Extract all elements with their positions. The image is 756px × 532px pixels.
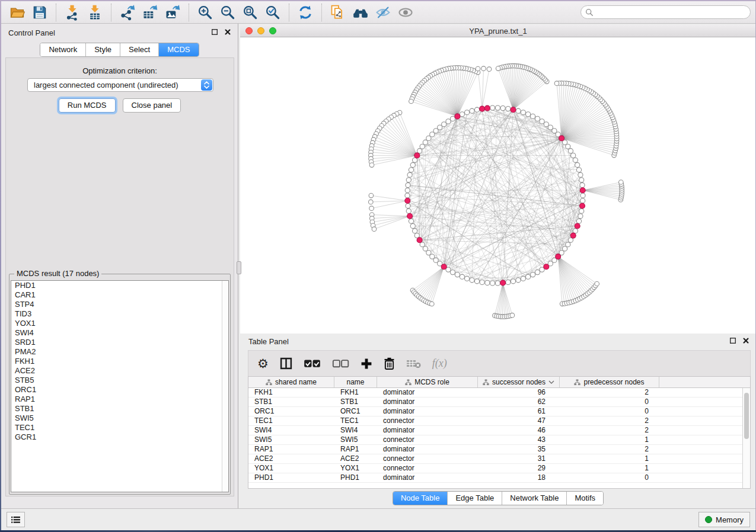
network-window-titlebar[interactable]: YPA_prune.txt_1: [240, 25, 756, 37]
mcds-result-node[interactable]: GCR1: [11, 432, 228, 442]
tab-node-table[interactable]: Node Table: [393, 492, 448, 505]
deselect-all-icon[interactable]: [332, 359, 349, 368]
graph-node[interactable]: [580, 198, 585, 203]
graph-node[interactable]: [423, 246, 428, 251]
import-network-icon[interactable]: [61, 2, 84, 22]
panel-splitter-handle[interactable]: [237, 261, 241, 274]
table-row[interactable]: YOX1YOX1connector291: [248, 464, 742, 473]
zoom-out-icon[interactable]: [216, 2, 239, 22]
graph-node[interactable]: [430, 302, 435, 306]
graph-node[interactable]: [595, 281, 599, 286]
graph-node[interactable]: [465, 276, 470, 281]
graph-node[interactable]: [526, 112, 531, 117]
graph-node[interactable]: [563, 246, 567, 251]
graph-node[interactable]: [372, 227, 377, 232]
graph-node[interactable]: [511, 279, 515, 284]
graph-node[interactable]: [506, 107, 511, 111]
graph-node[interactable]: [470, 278, 474, 283]
optimization-criterion-select[interactable]: largest connected component (undirected): [27, 78, 213, 92]
graph-node[interactable]: [576, 219, 581, 223]
graph-node[interactable]: [573, 158, 578, 162]
graph-node[interactable]: [526, 274, 531, 279]
table-row[interactable]: SWI4SWI4dominator462: [248, 426, 742, 435]
open-file-icon[interactable]: [6, 2, 28, 22]
graph-node[interactable]: [433, 258, 438, 262]
table-row[interactable]: RAP1RAP1dominator352: [248, 445, 742, 454]
graph-node[interactable]: [531, 114, 535, 118]
graph-node[interactable]: [450, 270, 455, 275]
mcds-result-node[interactable]: STP4: [11, 300, 228, 309]
column-header-MCDS-role[interactable]: MCDS role: [377, 377, 478, 387]
graph-node[interactable]: [430, 132, 435, 137]
graph-node[interactable]: [540, 119, 544, 124]
graph-node[interactable]: [578, 214, 583, 219]
mcds-result-node[interactable]: RAP1: [11, 395, 228, 404]
column-header-predecessor-nodes[interactable]: predecessor nodes: [560, 377, 659, 387]
graph-node[interactable]: [535, 270, 540, 275]
network-canvas[interactable]: [240, 37, 756, 334]
graph-node[interactable]: [455, 273, 460, 277]
mcds-result-node[interactable]: ACE2: [11, 366, 228, 376]
export-image-icon[interactable]: [161, 2, 184, 22]
graph-node[interactable]: [480, 280, 484, 284]
graph-node[interactable]: [495, 105, 500, 110]
graph-node[interactable]: [414, 153, 420, 158]
tab-select[interactable]: Select: [120, 43, 159, 56]
search-input[interactable]: [596, 8, 746, 17]
graph-node[interactable]: [460, 274, 464, 279]
graph-node[interactable]: [446, 119, 451, 124]
graph-node[interactable]: [500, 280, 506, 286]
graph-node[interactable]: [409, 168, 413, 172]
add-column-icon[interactable]: [361, 358, 372, 370]
mcds-result-node[interactable]: FKH1: [11, 357, 228, 366]
graph-node[interactable]: [580, 182, 585, 187]
run-mcds-button[interactable]: Run MCDS: [59, 98, 116, 113]
graph-node[interactable]: [426, 251, 431, 255]
table-row[interactable]: FKH1FKH1dominator962: [248, 388, 742, 398]
graph-node[interactable]: [369, 206, 374, 211]
graph-node[interactable]: [441, 264, 446, 270]
network-graph[interactable]: [240, 37, 756, 334]
column-header-name[interactable]: name: [334, 377, 377, 387]
graph-node[interactable]: [455, 114, 460, 119]
table-row[interactable]: SWI5SWI5connector431: [248, 435, 742, 445]
graph-node[interactable]: [516, 108, 521, 113]
graph-node[interactable]: [474, 107, 479, 112]
graph-node[interactable]: [417, 238, 422, 243]
graph-node[interactable]: [566, 144, 570, 149]
column-header-successor-nodes[interactable]: successor nodes: [478, 377, 560, 387]
mcds-result-node[interactable]: SWI5: [11, 414, 228, 423]
graph-node[interactable]: [476, 66, 480, 71]
graph-node[interactable]: [521, 110, 525, 115]
mcds-result-node[interactable]: PHD1: [11, 281, 228, 290]
graph-node[interactable]: [369, 163, 374, 168]
float-table-panel-icon[interactable]: [729, 336, 737, 345]
graph-node[interactable]: [407, 172, 412, 177]
table-row[interactable]: ACE2ACE2connector311: [248, 454, 742, 464]
graph-node[interactable]: [576, 168, 581, 172]
graph-node[interactable]: [580, 188, 585, 193]
graph-node[interactable]: [500, 106, 505, 111]
first-neighbors-icon[interactable]: [349, 2, 372, 22]
graph-node[interactable]: [487, 67, 492, 72]
graph-node[interactable]: [410, 223, 415, 228]
graph-node[interactable]: [433, 129, 438, 133]
tab-network-table[interactable]: Network Table: [502, 492, 567, 505]
graph-node[interactable]: [506, 280, 511, 284]
graph-node[interactable]: [406, 203, 410, 208]
graph-node[interactable]: [480, 106, 485, 111]
graph-node[interactable]: [406, 178, 411, 182]
tab-motifs[interactable]: Motifs: [567, 492, 603, 505]
graph-node[interactable]: [405, 188, 410, 193]
export-network-icon[interactable]: [116, 2, 139, 22]
graph-node[interactable]: [430, 254, 435, 259]
zoom-selected-icon[interactable]: [261, 2, 284, 22]
graph-node[interactable]: [423, 140, 428, 145]
graph-node[interactable]: [405, 198, 410, 203]
hide-panels-icon[interactable]: [372, 2, 394, 22]
graph-node[interactable]: [548, 125, 553, 130]
graph-node[interactable]: [420, 144, 425, 149]
graph-node[interactable]: [556, 254, 561, 259]
graph-node[interactable]: [410, 162, 415, 167]
graph-node[interactable]: [568, 149, 573, 153]
